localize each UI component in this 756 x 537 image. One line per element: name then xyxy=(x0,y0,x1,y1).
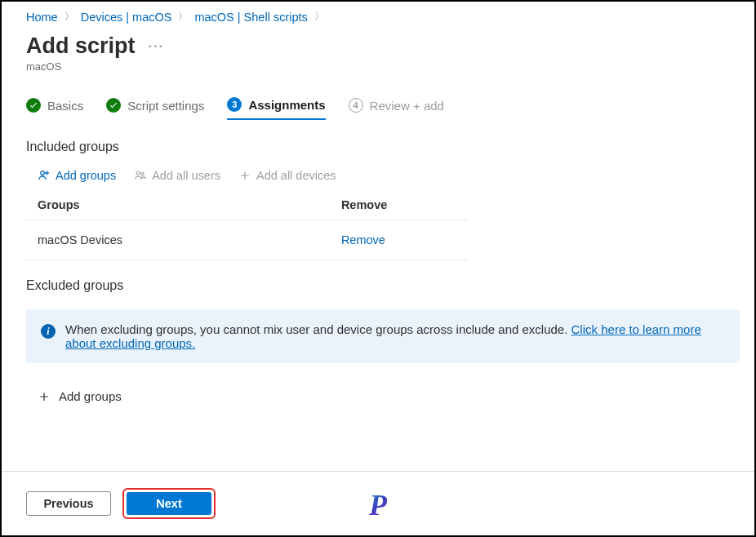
plus-icon xyxy=(38,390,51,403)
excluded-add-groups-button[interactable]: Add groups xyxy=(26,383,740,418)
column-header-remove: Remove xyxy=(341,198,464,211)
excluded-groups-heading: Excluded groups xyxy=(26,278,740,293)
page-title: Add script xyxy=(26,33,136,59)
chevron-right-icon: 〉 xyxy=(178,10,188,24)
exclude-info-box: i When excluding groups, you cannot mix … xyxy=(26,309,740,363)
breadcrumb: Home 〉 Devices | macOS 〉 macOS | Shell s… xyxy=(26,10,740,24)
action-label: Add groups xyxy=(56,169,116,182)
add-all-users-button[interactable]: Add all users xyxy=(134,169,220,182)
previous-button[interactable]: Previous xyxy=(26,491,111,516)
watermark-logo: P xyxy=(369,488,387,522)
column-header-groups: Groups xyxy=(38,198,341,211)
action-label: Add groups xyxy=(59,389,122,403)
breadcrumb-devices[interactable]: Devices | macOS xyxy=(81,11,172,24)
wizard-steps: Basics Script settings 3 Assignments 4 R… xyxy=(26,97,740,120)
step-basics[interactable]: Basics xyxy=(26,98,83,119)
breadcrumb-home[interactable]: Home xyxy=(26,11,58,24)
step-assignments[interactable]: 3 Assignments xyxy=(227,97,325,120)
action-label: Add all users xyxy=(152,169,220,182)
action-label: Add all devices xyxy=(256,169,336,182)
step-label: Basics xyxy=(47,99,83,113)
chevron-right-icon: 〉 xyxy=(314,10,324,24)
table-row: macOS Devices Remove xyxy=(26,220,469,260)
check-icon xyxy=(26,98,41,113)
next-button[interactable]: Next xyxy=(127,492,211,515)
included-groups-heading: Included groups xyxy=(26,140,740,154)
svg-point-1 xyxy=(136,171,140,175)
included-actions: Add groups Add all users Add all devices xyxy=(26,164,740,193)
person-add-icon xyxy=(38,169,51,182)
svg-point-2 xyxy=(141,172,144,175)
plus-icon xyxy=(238,169,251,182)
info-text: When excluding groups, you cannot mix us… xyxy=(65,322,571,336)
add-all-devices-button[interactable]: Add all devices xyxy=(238,169,336,182)
included-groups-table: Groups Remove macOS Devices Remove xyxy=(26,193,469,260)
people-icon xyxy=(134,169,147,182)
step-label: Review + add xyxy=(370,99,444,113)
page-subtitle: macOS xyxy=(26,60,740,73)
next-button-highlight: Next xyxy=(122,488,216,519)
group-name: macOS Devices xyxy=(38,233,341,246)
svg-point-0 xyxy=(41,171,45,175)
step-label: Assignments xyxy=(248,98,325,112)
step-number-icon: 4 xyxy=(349,98,363,113)
breadcrumb-shell-scripts[interactable]: macOS | Shell scripts xyxy=(194,11,307,24)
chevron-right-icon: 〉 xyxy=(64,10,74,24)
step-review-add: 4 Review + add xyxy=(349,98,444,119)
wizard-footer: Previous Next P xyxy=(2,471,754,535)
check-icon xyxy=(106,98,121,113)
remove-link[interactable]: Remove xyxy=(341,233,464,246)
info-icon: i xyxy=(41,324,56,339)
step-script-settings[interactable]: Script settings xyxy=(106,98,204,119)
add-groups-button[interactable]: Add groups xyxy=(38,169,116,182)
step-label: Script settings xyxy=(127,99,204,113)
step-number-icon: 3 xyxy=(227,97,242,112)
more-actions-icon[interactable]: ··· xyxy=(149,39,164,54)
